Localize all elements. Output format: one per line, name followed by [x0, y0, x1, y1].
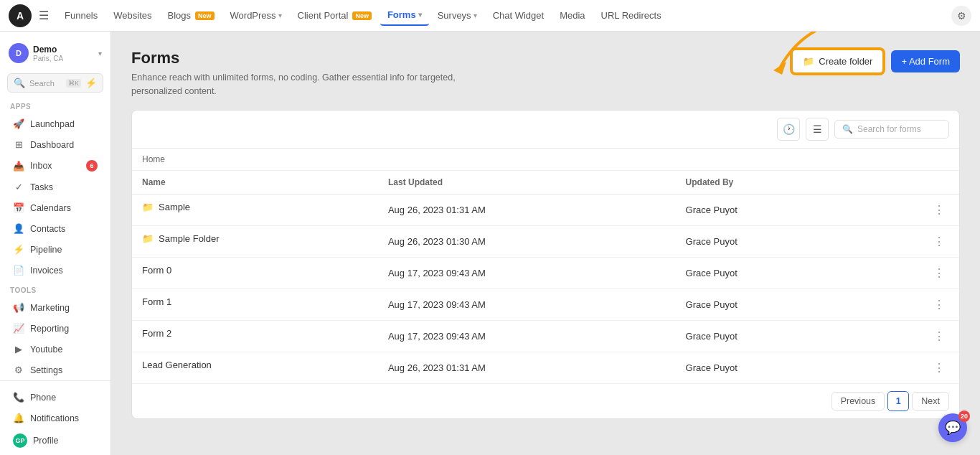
sidebar-item-invoices[interactable]: 📄 Invoices [3, 260, 108, 281]
row-last-updated: Aug 17, 2023 09:43 AM [378, 320, 676, 352]
row-more-button[interactable]: ⋮ [929, 296, 949, 313]
sidebar-item-label: Reporting [30, 324, 69, 334]
settings-icon[interactable]: ⚙ [951, 6, 971, 26]
sidebar-item-settings[interactable]: ⚙ Settings [3, 360, 108, 380]
row-more-button[interactable]: ⋮ [929, 233, 949, 250]
sidebar-item-inbox[interactable]: 📥 Inbox 6 [3, 155, 108, 177]
nav-blogs[interactable]: BlogsNew [160, 6, 221, 25]
sidebar-item-youtube[interactable]: ▶ Youtube [3, 339, 108, 360]
row-last-updated: Aug 26, 2023 01:30 AM [378, 225, 676, 257]
nav-wordpress[interactable]: WordPress▾ [223, 6, 289, 25]
nav-funnels[interactable]: Funnels [57, 6, 105, 25]
sidebar-item-dashboard[interactable]: ⊞ Dashboard [3, 134, 108, 155]
marketing-icon: 📢 [13, 302, 24, 313]
account-name: Demo [33, 44, 94, 55]
row-name[interactable]: Sample [159, 202, 190, 212]
search-bar[interactable]: 🔍 Search ⌘K ⚡ [7, 73, 103, 93]
add-form-button[interactable]: + Add Form [891, 50, 960, 72]
nav-media[interactable]: Media [552, 6, 592, 25]
content-area: Forms Enhance reach with unlimited forms… [111, 32, 980, 455]
next-button[interactable]: Next [912, 392, 949, 411]
pipeline-icon: ⚡ [13, 244, 24, 255]
row-actions-cell: ⋮ [857, 194, 959, 225]
reporting-icon: 📈 [13, 323, 24, 334]
tools-section-label: Tools [0, 281, 110, 297]
sidebar-item-tasks[interactable]: ✓ Tasks [3, 177, 108, 197]
sidebar-item-calendars[interactable]: 📅 Calendars [3, 197, 108, 218]
sidebar-bottom: 📞 Phone 🔔 Notifications GP Profile [0, 380, 110, 453]
row-updated-by: Grace Puyot [676, 352, 858, 383]
forms-table-container: 🕐 ☰ 🔍 Search for forms Home Name Last Up… [131, 110, 960, 419]
table-row[interactable]: 📁Sample FolderAug 26, 2023 01:30 AMGrace… [132, 225, 959, 257]
chevron-down-icon: ▾ [473, 11, 477, 19]
lightning-icon: ⚡ [85, 78, 97, 88]
sidebar-item-profile[interactable]: GP Profile [3, 428, 108, 453]
nav-items: Funnels Websites BlogsNew WordPress▾ Cli… [57, 5, 948, 26]
chevron-down-icon: ▾ [278, 11, 282, 19]
row-name-cell: 📁Sample Folder [132, 226, 378, 251]
folder-icon: 📁 [142, 233, 154, 244]
search-text: Search [29, 79, 62, 88]
search-shortcut: ⌘K [66, 79, 81, 88]
inbox-icon: 📥 [13, 161, 24, 172]
clock-view-button[interactable]: 🕐 [777, 118, 800, 141]
table-row[interactable]: Form 2Aug 17, 2023 09:43 AMGrace Puyot⋮ [132, 320, 959, 352]
row-name[interactable]: Sample Folder [159, 233, 220, 244]
row-more-button[interactable]: ⋮ [929, 265, 949, 281]
sidebar-item-marketing[interactable]: 📢 Marketing [3, 297, 108, 318]
sidebar-item-reporting[interactable]: 📈 Reporting [3, 318, 108, 339]
row-name[interactable]: Form 1 [142, 296, 171, 307]
nav-forms[interactable]: Forms▾ [380, 5, 429, 26]
nav-url-redirects[interactable]: URL Redirects [594, 6, 669, 25]
page-number-1[interactable]: 1 [887, 391, 909, 411]
nav-surveys[interactable]: Surveys▾ [430, 6, 484, 25]
hamburger-menu[interactable]: ☰ [39, 9, 49, 22]
sidebar-item-label: Calendars [30, 203, 71, 213]
create-folder-button[interactable]: 📁 Create folder [791, 49, 884, 74]
profile-avatar: GP [13, 433, 27, 448]
sidebar-item-notifications[interactable]: 🔔 Notifications [3, 408, 108, 428]
pagination: Previous 1 Next [132, 383, 959, 418]
row-actions-cell: ⋮ [857, 352, 959, 383]
sidebar-item-contacts[interactable]: 👤 Contacts [3, 218, 108, 239]
phone-icon: 📞 [13, 392, 24, 403]
calendars-icon: 📅 [13, 202, 24, 213]
row-more-button[interactable]: ⋮ [929, 360, 949, 376]
invoices-icon: 📄 [13, 265, 24, 276]
sidebar-item-label: Dashboard [30, 140, 74, 150]
row-last-updated: Aug 17, 2023 09:43 AM [378, 257, 676, 289]
apps-section-label: Apps [0, 97, 110, 113]
row-name[interactable]: Form 0 [142, 265, 171, 276]
youtube-icon: ▶ [13, 344, 24, 355]
row-name-cell: Form 0 [132, 258, 378, 283]
row-more-button[interactable]: ⋮ [929, 202, 949, 218]
row-name-cell: 📁Sample [132, 194, 378, 220]
row-updated-by: Grace Puyot [676, 194, 858, 225]
table-row[interactable]: Lead GenerationAug 26, 2023 01:31 AMGrac… [132, 352, 959, 383]
sidebar-item-label: Phone [30, 393, 56, 403]
row-actions-cell: ⋮ [857, 225, 959, 257]
row-name-cell: Form 1 [132, 289, 378, 314]
nav-client-portal[interactable]: Client PortalNew [291, 6, 379, 25]
previous-button[interactable]: Previous [831, 392, 885, 411]
row-last-updated: Aug 17, 2023 09:43 AM [378, 289, 676, 320]
row-name[interactable]: Form 2 [142, 328, 171, 339]
sidebar-item-launchpad[interactable]: 🚀 Launchpad [3, 113, 108, 134]
account-location: Paris, CA [33, 55, 94, 62]
nav-chat-widget[interactable]: Chat Widget [486, 6, 552, 25]
row-actions-cell: ⋮ [857, 320, 959, 352]
table-row[interactable]: Form 1Aug 17, 2023 09:43 AMGrace Puyot⋮ [132, 289, 959, 320]
chat-bubble[interactable]: 💬 20 [938, 413, 967, 442]
row-more-button[interactable]: ⋮ [929, 328, 949, 344]
account-switcher[interactable]: D Demo Paris, CA ▾ [0, 37, 110, 69]
list-view-button[interactable]: ☰ [806, 118, 829, 141]
row-updated-by: Grace Puyot [676, 225, 858, 257]
search-forms-input[interactable]: 🔍 Search for forms [834, 120, 949, 139]
sidebar-item-phone[interactable]: 📞 Phone [3, 387, 108, 408]
row-name[interactable]: Lead Generation [142, 360, 212, 370]
table-row[interactable]: 📁SampleAug 26, 2023 01:31 AMGrace Puyot⋮ [132, 194, 959, 225]
table-row[interactable]: Form 0Aug 17, 2023 09:43 AMGrace Puyot⋮ [132, 257, 959, 289]
nav-websites[interactable]: Websites [106, 6, 159, 25]
sidebar-item-pipeline[interactable]: ⚡ Pipeline [3, 239, 108, 260]
col-name: Name [132, 171, 378, 194]
